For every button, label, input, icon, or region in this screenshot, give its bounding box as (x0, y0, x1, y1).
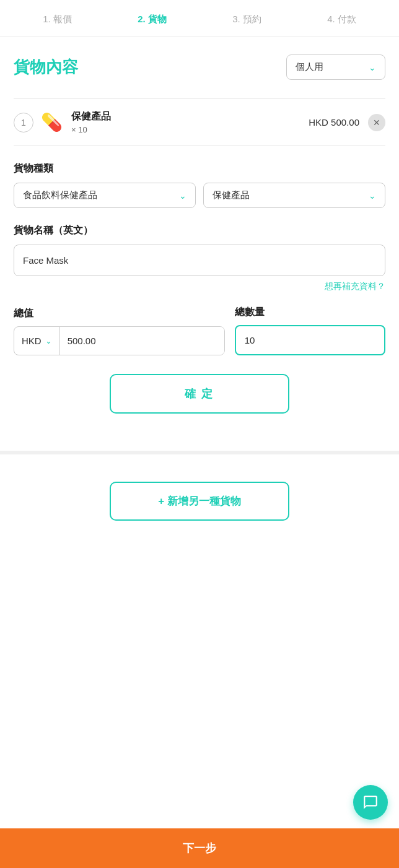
step-1[interactable]: 1. 報價 (43, 14, 72, 25)
value-qty-row: 總值 HKD ⌄ 總數量 (14, 306, 385, 355)
goods-subcategory-value: 保健產品 (213, 189, 250, 201)
chevron-down-icon-currency: ⌄ (45, 336, 52, 345)
goods-category-value: 食品飲料保健產品 (23, 189, 97, 201)
chevron-down-icon-2: ⌄ (369, 191, 376, 201)
section-divider (0, 451, 399, 454)
item-card: 1 💊 保健產品 × 10 HKD 500.00 ✕ (14, 98, 385, 146)
category-dropdown-value: 個人用 (296, 61, 323, 73)
total-qty-label: 總數量 (235, 306, 385, 319)
item-quantity: × 10 (71, 125, 309, 134)
total-value-col: 總值 HKD ⌄ (14, 307, 225, 355)
goods-type-dropdowns: 食品飲料保健產品 ⌄ 保健產品 ⌄ (14, 183, 385, 208)
goods-type-section: 貨物種類 食品飲料保健產品 ⌄ 保健產品 ⌄ (14, 162, 385, 208)
add-item-button[interactable]: + 新增另一種貨物 (110, 482, 289, 521)
item-price: HKD 500.00 (309, 117, 359, 128)
remove-item-button[interactable]: ✕ (368, 114, 385, 131)
currency-value: HKD (22, 336, 42, 346)
total-value-input-group: HKD ⌄ (14, 326, 225, 355)
next-button-label: 下一步 (183, 842, 216, 854)
total-value-label: 總值 (14, 307, 225, 320)
add-item-section: + 新增另一種貨物 (0, 467, 399, 536)
chevron-down-icon: ⌄ (369, 63, 376, 72)
goods-subcategory-dropdown[interactable]: 保健產品 ⌄ (203, 183, 385, 208)
supplement-link[interactable]: 想再補充資料？ (14, 281, 385, 292)
category-dropdown[interactable]: 個人用 ⌄ (286, 54, 385, 80)
currency-dropdown[interactable]: HKD ⌄ (14, 327, 60, 355)
quantity-input[interactable] (235, 325, 385, 355)
confirm-button[interactable]: 確 定 (110, 374, 289, 414)
goods-type-label: 貨物種類 (14, 162, 385, 175)
step-4[interactable]: 4. 付款 (327, 14, 356, 25)
goods-name-label: 貨物名稱（英文） (14, 224, 385, 237)
goods-name-section: 貨物名稱（英文） 想再補充資料？ (14, 224, 385, 292)
item-info: 保健產品 × 10 (71, 110, 309, 134)
chat-icon (362, 794, 379, 810)
bottom-bar[interactable]: 下一步 (0, 828, 399, 868)
chat-button[interactable] (353, 785, 388, 820)
total-qty-col: 總數量 (235, 306, 385, 355)
chevron-down-icon-1: ⌄ (179, 191, 186, 201)
goods-category-dropdown[interactable]: 食品飲料保健產品 ⌄ (14, 183, 196, 208)
page-title: 貨物內容 (14, 56, 78, 78)
header-row: 貨物內容 個人用 ⌄ (14, 54, 385, 80)
amount-input[interactable] (60, 327, 224, 355)
step-2[interactable]: 2. 貨物 (138, 14, 167, 25)
step-3[interactable]: 3. 預約 (232, 14, 261, 25)
bottom-spacer (0, 536, 399, 585)
step-bar: 1. 報價 2. 貨物 3. 預約 4. 付款 (0, 0, 399, 37)
item-icon: 💊 (41, 112, 63, 132)
main-content: 貨物內容 個人用 ⌄ 1 💊 保健產品 × 10 HKD 500.00 ✕ 貨物… (0, 37, 399, 438)
goods-name-input[interactable] (14, 245, 385, 276)
item-name: 保健產品 (71, 110, 309, 123)
item-number: 1 (14, 113, 33, 132)
